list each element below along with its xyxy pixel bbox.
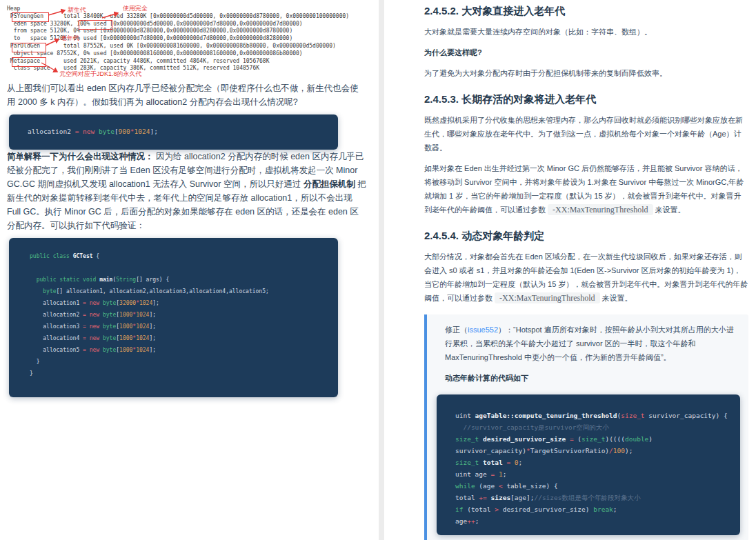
heading-2452: 2.4.5.2. 大对象直接进入老年代 [424,4,748,18]
red-box-paroldgen [12,43,46,52]
paragraph-generational: 既然虚拟机采用了分代收集的思想来管理内存，那么内存回收时就必须能识别哪些对象应放… [424,113,748,154]
issue552-link[interactable]: issue552 [468,326,498,334]
paragraph-why-bold: 为什么要这样呢? [424,46,748,59]
correction-blockquote: 修正（issue552）：“Hotspot 遍历所有对象时，按照年龄从小到大对其… [424,314,748,540]
code-block-tenuring-threshold: uint ageTable::compute_tenuring_threshol… [437,394,740,535]
heading-2454: 2.4.5.4. 动态对象年龄判定 [424,229,748,243]
quote-pre: 修正（ [445,326,468,334]
paragraph-age-threshold: 如果对象在 Eden 出生并经过第一次 Minor GC 后仍然能够存活，并且能… [424,161,748,217]
bold-explanation-lead: 简单解释一下为什么会出现这种情况： [7,152,154,161]
right-page: 2.4.5.2. 大对象直接进入老年代 大对象就是需要大量连续内存空间的对象（比… [384,0,756,540]
document-view: Heap PSYoungGen total 38400K, used 33280… [0,0,756,540]
paragraph-large-object: 大对象就是需要大量连续内存空间的对象（比如：字符串、数组）。 [424,25,748,39]
paragraph-explanation: 简单解释一下为什么会出现这种情况： 因为给 allocation2 分配内存的时… [7,150,366,232]
annotation-metaspace-note: 元空间对应于JDK1.8的永久代 [59,71,142,77]
dynamic-age-post: 来设置。 [600,294,633,302]
inline-code-maxtenuring-2: -XX:MaxTenuringThreshold [495,292,599,303]
left-page: Heap PSYoungGen total 38400K, used 33280… [0,0,379,540]
bold-allocation-guarantee: 分配担保机制 [304,179,355,189]
code-block-gctest: public class GCTest { public static void… [9,238,338,397]
paragraph-dynamic-age: 大部分情况，对象都会首先在 Eden 区域分配，在一次新生代垃圾回收后，如果对象… [424,250,748,305]
heap-dump-figure: Heap PSYoungGen total 38400K, used 33280… [7,4,366,81]
annotation-used-full: 使用完全 [123,6,148,12]
paragraph-eden-full: 从上图我们可以看出 eden 区内存几乎已经被分配完全（即使程序什么也不做，新生… [7,81,366,109]
bold-why: 为什么要这样呢? [424,48,482,57]
page-divider [379,0,384,540]
quote-bold-line: 动态年龄计算的代码如下 [445,371,740,385]
red-box-metaspace [12,57,46,67]
age-text-post: 来设置。 [653,206,686,214]
annotation-young-gen: 新生代 [68,7,86,13]
red-box-100-used [79,20,112,30]
code-block-allocation2: allocation2 = new byte[900*1024]; [9,114,338,150]
inline-code-maxtenuring-1: -XX:MaxTenuringThreshold [548,204,653,215]
annotation-old-gen: 老年代 [61,35,79,41]
red-box-psyounggen [12,12,49,22]
heading-2453: 2.4.5.3. 长期存活的对象将进入老年代 [424,92,748,106]
paragraph-avoid-copy: 为了避免为大对象分配内存时由于分配担保机制带来的复制而降低效率。 [424,66,748,80]
bold-dynamic-age-code: 动态年龄计算的代码如下 [445,374,528,382]
quote-paragraph: 修正（issue552）：“Hotspot 遍历所有对象时，按照年龄从小到大对其… [445,323,740,364]
